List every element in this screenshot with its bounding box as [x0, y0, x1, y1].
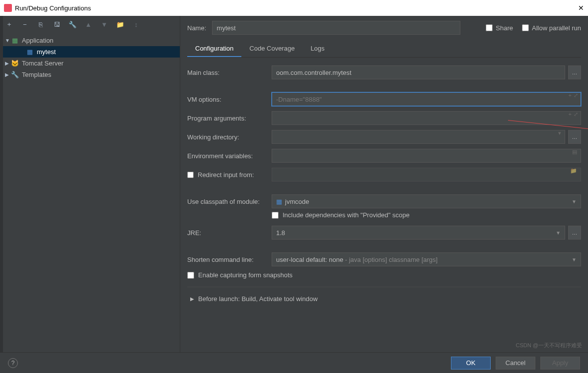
- include-deps-check[interactable]: Include dependencies with "Provided" sco…: [272, 211, 581, 219]
- main-content: ＋ − ⎘ 🖫 🔧 ▲ ▼ 📁 ↕ ▼ ▦ Application ▦ myte…: [0, 16, 588, 352]
- redirect-input: [272, 168, 581, 182]
- tab-bar: Configuration Code Coverage Logs: [187, 41, 581, 58]
- field-tools: + ⤢: [569, 92, 578, 99]
- vm-options-input[interactable]: [272, 92, 581, 106]
- row-jre: JRE: 1.8 ▼ …: [187, 226, 581, 240]
- redirect-label: Redirect input from:: [187, 171, 272, 179]
- folder-icon[interactable]: 📁: [116, 20, 124, 28]
- tab-coverage[interactable]: Code Coverage: [241, 41, 302, 57]
- tab-logs[interactable]: Logs: [302, 41, 332, 57]
- copy-icon[interactable]: ⎘: [37, 20, 45, 28]
- shorten-dropdown[interactable]: user-local default: none - java [options…: [272, 252, 581, 266]
- row-env-vars: Environment variables: ▤: [187, 149, 581, 163]
- module-icon: ▦: [276, 198, 282, 205]
- up-icon: ▲: [84, 20, 92, 28]
- wrench-icon[interactable]: 🔧: [69, 20, 76, 28]
- tree-templates[interactable]: ▶ 🔧 Templates: [0, 69, 180, 80]
- expand-icon[interactable]: ⤢: [574, 111, 578, 118]
- field-tools: + ⤢: [569, 111, 578, 118]
- include-deps-checkbox[interactable]: [272, 212, 279, 219]
- name-label: Name:: [187, 24, 206, 32]
- program-args-input[interactable]: [272, 111, 581, 125]
- enable-capture-check[interactable]: Enable capturing form snapshots: [187, 271, 581, 279]
- row-working-dir: Working directory: ▾ …: [187, 130, 581, 144]
- env-vars-input[interactable]: [272, 149, 581, 163]
- add-icon[interactable]: ＋: [5, 20, 13, 28]
- shorten-label: Shorten command line:: [187, 256, 272, 263]
- tab-configuration[interactable]: Configuration: [187, 41, 241, 57]
- name-row: Name: Share Allow parallel run: [187, 21, 581, 35]
- config-toolbar: ＋ − ⎘ 🖫 🔧 ▲ ▼ 📁 ↕: [0, 16, 180, 33]
- chevron-down-icon: ▼: [572, 257, 577, 262]
- chevron-down-icon: ▼: [572, 199, 577, 204]
- save-icon[interactable]: 🖫: [53, 20, 61, 28]
- before-launch-section[interactable]: ▶ Before launch: Build, Activate tool wi…: [187, 295, 581, 303]
- jre-dropdown[interactable]: 1.8 ▼: [272, 226, 565, 240]
- left-panel: ＋ − ⎘ 🖫 🔧 ▲ ▼ 📁 ↕ ▼ ▦ Application ▦ myte…: [0, 16, 180, 352]
- vm-options-label: VM options:: [187, 96, 272, 103]
- list-icon[interactable]: ▤: [572, 149, 577, 155]
- ok-button[interactable]: OK: [451, 357, 491, 370]
- share-checkbox[interactable]: [486, 24, 493, 31]
- parallel-checkbox[interactable]: [522, 24, 529, 31]
- tomcat-icon: 🐱: [11, 60, 19, 67]
- wrench-icon: 🔧: [11, 71, 19, 79]
- classpath-label: Use classpath of module:: [187, 198, 272, 205]
- dd-icon[interactable]: ▾: [558, 130, 561, 136]
- insert-macro-icon[interactable]: +: [569, 92, 572, 99]
- browse-working-dir-button[interactable]: …: [568, 130, 581, 144]
- browse-icon: 📁: [570, 168, 577, 174]
- window-title-wrap: Run/Debug Configurations: [4, 4, 91, 12]
- browse-main-class-button[interactable]: …: [568, 65, 581, 79]
- row-redirect: Redirect input from: 📁: [187, 168, 581, 182]
- share-check[interactable]: Share: [486, 24, 513, 32]
- remove-icon[interactable]: −: [21, 20, 29, 28]
- tree-label: mytest: [37, 48, 56, 56]
- apply-button[interactable]: Apply: [540, 357, 580, 370]
- row-shorten: Shorten command line: user-local default…: [187, 252, 581, 266]
- chevron-down-icon: ▼: [5, 38, 11, 43]
- working-dir-label: Working directory:: [187, 133, 272, 141]
- main-class-input[interactable]: [272, 65, 565, 79]
- config-file-icon: ▦: [26, 48, 34, 56]
- row-vm-options: VM options: + ⤢: [187, 92, 581, 106]
- tree-label: Templates: [22, 71, 51, 78]
- working-dir-input[interactable]: [272, 130, 565, 144]
- expand-icon[interactable]: ⤢: [574, 92, 578, 99]
- left-gutter: [0, 16, 3, 352]
- name-input[interactable]: [212, 21, 460, 35]
- tree-tomcat[interactable]: ▶ 🐱 Tomcat Server: [0, 58, 180, 69]
- main-class-label: Main class:: [187, 69, 272, 76]
- dialog-buttons: OK Cancel Apply: [451, 357, 580, 370]
- right-panel: Name: Share Allow parallel run Configura…: [180, 16, 588, 352]
- chevron-right-icon: ▶: [190, 296, 194, 302]
- app-icon: [4, 4, 12, 12]
- jre-label: JRE:: [187, 229, 272, 237]
- env-vars-label: Environment variables:: [187, 152, 272, 160]
- row-program-args: Program arguments: + ⤢: [187, 111, 581, 125]
- insert-macro-icon[interactable]: +: [569, 111, 572, 118]
- tree-application[interactable]: ▼ ▦ Application: [0, 35, 180, 46]
- config-tree: ▼ ▦ Application ▦ mytest ▶ 🐱 Tomcat Serv…: [0, 33, 180, 82]
- bottom-bar: ? OK Cancel Apply: [0, 352, 588, 373]
- tree-label: Application: [22, 37, 54, 44]
- chevron-right-icon: ▶: [5, 72, 11, 77]
- browse-jre-button[interactable]: …: [568, 226, 581, 240]
- enable-capture-checkbox[interactable]: [187, 272, 194, 279]
- chevron-down-icon: ▼: [556, 230, 561, 236]
- classpath-dropdown[interactable]: ▦jvmcode ▼: [272, 194, 581, 208]
- top-checks: Share Allow parallel run: [486, 24, 581, 32]
- application-icon: ▦: [11, 37, 19, 45]
- redirect-checkbox[interactable]: [187, 172, 194, 178]
- parallel-check[interactable]: Allow parallel run: [522, 24, 581, 32]
- titlebar: Run/Debug Configurations ✕: [0, 0, 588, 16]
- collapse-icon: ↕: [132, 20, 140, 28]
- down-icon: ▼: [100, 20, 108, 28]
- cancel-button[interactable]: Cancel: [496, 357, 535, 370]
- close-icon[interactable]: ✕: [578, 4, 584, 12]
- program-args-label: Program arguments:: [187, 115, 272, 122]
- help-button[interactable]: ?: [8, 358, 18, 368]
- window-title: Run/Debug Configurations: [15, 4, 91, 12]
- row-classpath: Use classpath of module: ▦jvmcode ▼: [187, 194, 581, 208]
- tree-mytest[interactable]: ▦ mytest: [0, 46, 180, 58]
